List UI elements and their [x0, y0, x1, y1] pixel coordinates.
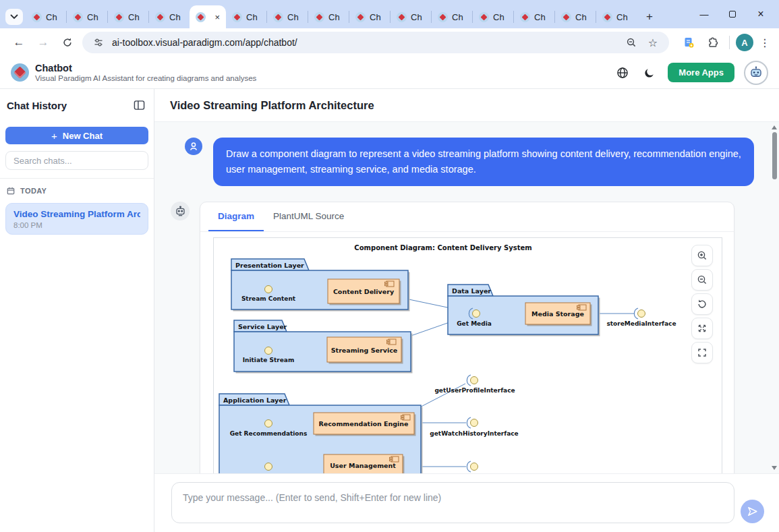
minimize-button[interactable]: — [690, 9, 718, 20]
close-button[interactable]: × [747, 8, 775, 20]
send-button[interactable] [741, 500, 764, 523]
app-name: Chatbot [35, 63, 256, 73]
browser-tab[interactable]: Ch [596, 5, 637, 28]
browser-tab[interactable]: Ch [26, 5, 66, 28]
today-section-header: TODAY [0, 179, 154, 199]
browser-tab[interactable]: Ch [308, 5, 349, 28]
reload-button[interactable] [55, 31, 80, 54]
new-chat-button[interactable]: + New Chat [5, 127, 148, 144]
browser-tab[interactable]: Ch [555, 5, 596, 28]
zoom-page-icon[interactable] [623, 37, 639, 48]
tab-close-icon[interactable]: × [214, 13, 220, 22]
browser-tab[interactable]: Ch [391, 5, 431, 28]
maximize-button[interactable] [718, 9, 747, 20]
interface-get-watch-history: getWatchHistoryInterface [430, 430, 518, 437]
zoom-in-button[interactable] [691, 245, 713, 266]
sidebar-title: Chat History [7, 100, 67, 111]
browser-tab[interactable]: Ch [514, 5, 554, 28]
package-application-label: Application Layer [223, 396, 287, 404]
tab-diagram[interactable]: Diagram [208, 202, 264, 231]
robot-icon [175, 206, 186, 217]
package-presentation-label: Presentation Layer [235, 262, 304, 269]
tab-label: Ch [452, 12, 463, 22]
window-controls: — × [690, 0, 775, 28]
collapse-sidebar-icon[interactable] [131, 97, 147, 113]
language-globe-icon[interactable] [614, 64, 631, 82]
reset-view-button[interactable] [691, 293, 713, 315]
site-settings-icon[interactable] [90, 37, 107, 48]
visual-paradigm-favicon [355, 12, 366, 22]
tab-label: Ch [287, 12, 299, 22]
person-icon [188, 141, 199, 152]
scrollbar-thumb[interactable] [772, 132, 777, 179]
interface-get-media: Get Media [457, 320, 492, 327]
page-title: Video Streaming Platform Architecture [170, 99, 374, 112]
app-subtitle: Visual Paradigm AI Assistant for creatin… [35, 73, 256, 83]
user-avatar [185, 138, 202, 155]
chatbot-badge-icon[interactable] [744, 61, 768, 85]
tab-label: Ch [534, 12, 546, 22]
browser-tab[interactable]: Ch [108, 5, 148, 28]
component-content-delivery: Content Delivery [333, 288, 395, 295]
tab-label: Ch [169, 12, 181, 22]
extensions-puzzle-icon[interactable] [703, 32, 723, 53]
reload-icon [62, 37, 73, 48]
bookmark-star-icon[interactable]: ☆ [645, 36, 661, 49]
profile-avatar[interactable]: A [736, 34, 753, 51]
reading-list-icon[interactable] [679, 32, 699, 53]
diagram-zoom-controls [691, 245, 713, 363]
sidebar-header: Chat History [0, 89, 154, 121]
scroll-up-arrow[interactable] [772, 125, 777, 129]
browser-tab[interactable]: Ch [473, 5, 513, 28]
visual-paradigm-logo [11, 63, 29, 82]
chat-history-item[interactable]: Video Streaming Platform Archi... 8:00 P… [5, 203, 148, 235]
search-chats-input[interactable] [5, 151, 148, 170]
url-text[interactable]: ai-toolbox.visual-paradigm.com/app/chatb… [112, 37, 618, 48]
component-user-management: User Management [330, 462, 396, 469]
scroll-down-arrow[interactable] [772, 466, 777, 470]
zoom-out-button[interactable] [691, 269, 713, 291]
visual-paradigm-favicon [196, 12, 206, 22]
vertical-scrollbar[interactable] [770, 122, 779, 473]
workspace: Chat History + New Chat TODAY Video Stre… [0, 89, 779, 532]
new-tab-button[interactable]: + [641, 8, 658, 26]
chevron-down-icon [10, 14, 18, 20]
tab-plantuml-source[interactable]: PlantUML Source [264, 202, 353, 231]
url-bar[interactable]: ai-toolbox.visual-paradigm.com/app/chatb… [82, 32, 669, 53]
browser-tab[interactable]: Ch [149, 5, 190, 28]
component-recommendation-engine: Recommendation Engine [318, 420, 408, 427]
forward-button[interactable]: → [31, 31, 55, 54]
visual-paradigm-favicon [561, 12, 571, 22]
component-media-storage: Media Storage [531, 310, 584, 318]
diagram-title: Component Diagram: Content Delivery Syst… [354, 244, 531, 252]
tab-label: Ch [328, 12, 340, 22]
assistant-avatar [171, 202, 190, 220]
expand-button[interactable] [691, 318, 713, 339]
visual-paradigm-favicon [155, 12, 165, 22]
browser-tab-active[interactable]: × [190, 5, 226, 28]
interface-get-user-profile: getUserProfileInterface [434, 387, 515, 394]
app-titles: Chatbot Visual Paradigm AI Assistant for… [35, 63, 256, 83]
browser-tab[interactable]: Ch [67, 5, 107, 28]
diagram-canvas[interactable]: Component Diagram: Content Delivery Syst… [213, 237, 722, 473]
back-button[interactable]: ← [7, 31, 31, 54]
message-composer [154, 473, 779, 532]
visual-paradigm-favicon [114, 12, 124, 22]
assistant-message-row: Diagram PlantUML Source Component Diagra… [171, 202, 779, 473]
message-input[interactable] [171, 482, 734, 523]
new-chat-label: New Chat [63, 131, 103, 141]
dark-mode-moon-icon[interactable] [641, 64, 658, 82]
fullscreen-button[interactable] [691, 342, 713, 363]
more-apps-button[interactable]: More Apps [668, 63, 734, 82]
visual-paradigm-favicon [479, 12, 489, 22]
tab-search-button[interactable] [5, 9, 23, 25]
chat-scroll-area[interactable]: Draw a component diagram to represent a … [154, 121, 779, 473]
browser-tab[interactable]: Ch [432, 5, 472, 28]
visual-paradigm-favicon [232, 12, 242, 22]
browser-tab[interactable]: Ch [226, 5, 266, 28]
chat-history-sidebar: Chat History + New Chat TODAY Video Stre… [0, 89, 154, 532]
browser-tab[interactable]: Ch [349, 5, 390, 28]
browser-tab[interactable]: Ch [267, 5, 308, 28]
section-label: TODAY [20, 187, 47, 195]
browser-menu-icon[interactable]: ⋮ [757, 36, 772, 49]
